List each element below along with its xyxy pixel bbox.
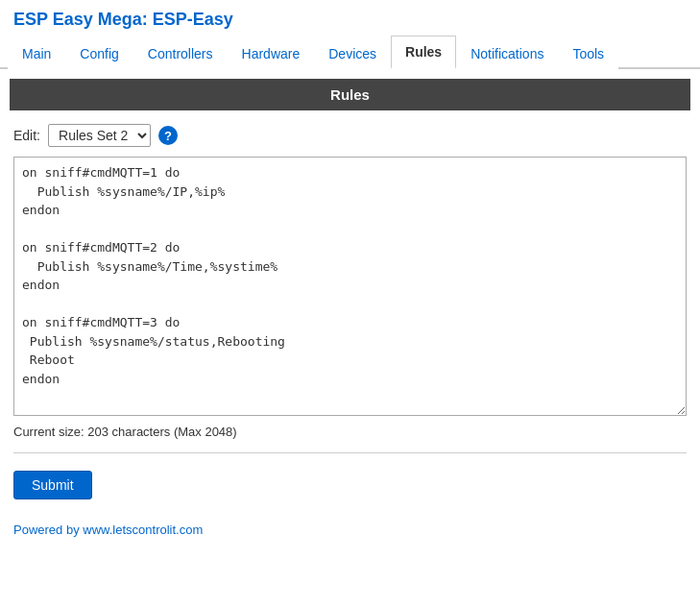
- code-editor-wrap: [0, 157, 700, 419]
- tab-rules[interactable]: Rules: [391, 36, 456, 69]
- footer-powered-by: Powered by: [13, 523, 83, 537]
- edit-label: Edit:: [13, 128, 40, 143]
- rules-set-select[interactable]: Rules Set 1Rules Set 2Rules Set 3Rules S…: [48, 124, 151, 147]
- code-editor[interactable]: [13, 157, 687, 416]
- submit-button[interactable]: Submit: [13, 471, 92, 499]
- edit-row: Edit: Rules Set 1Rules Set 2Rules Set 3R…: [0, 120, 700, 157]
- tab-notifications[interactable]: Notifications: [456, 37, 558, 69]
- tab-config[interactable]: Config: [65, 37, 133, 69]
- status-text: Current size: 203 characters (Max 2048): [0, 419, 700, 445]
- divider: [13, 452, 687, 453]
- tab-hardware[interactable]: Hardware: [228, 37, 315, 69]
- page-title: ESP Easy Mega: ESP-Easy: [13, 10, 233, 29]
- page-header: ESP Easy Mega: ESP-Easy: [0, 0, 700, 36]
- section-header: Rules: [10, 79, 690, 110]
- submit-wrap: Submit: [0, 461, 700, 509]
- nav-tabs: MainConfigControllersHardwareDevicesRule…: [0, 36, 700, 69]
- footer: Powered by www.letscontrolit.com: [0, 509, 700, 547]
- tab-main[interactable]: Main: [8, 37, 65, 69]
- tab-tools[interactable]: Tools: [558, 37, 618, 69]
- help-icon[interactable]: ?: [158, 126, 178, 145]
- tab-controllers[interactable]: Controllers: [133, 37, 228, 69]
- tab-devices[interactable]: Devices: [314, 37, 391, 69]
- footer-link[interactable]: www.letscontrolit.com: [83, 523, 203, 537]
